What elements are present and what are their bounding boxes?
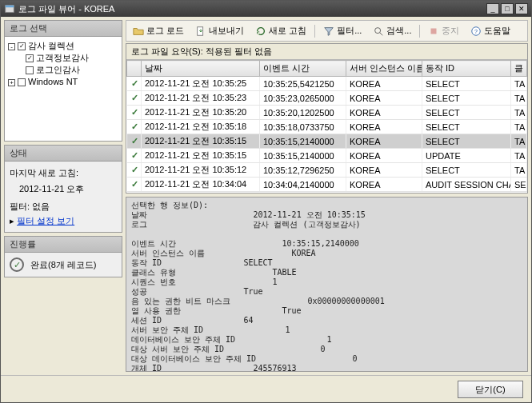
view-filter-link[interactable]: 필터 설정 보기 [17, 216, 74, 225]
main-area: 로그 로드 내보내기 새로 고침 필터... 검색... [126, 20, 528, 372]
check-icon: ✓ [130, 179, 140, 190]
table-caption: 로그 파일 요약(S): 적용된 필터 없음 [126, 44, 527, 60]
titlebar: 로그 파일 뷰어 - KOREA _ □ ✕ [1, 1, 531, 17]
log-table-container: 로그 파일 요약(S): 적용된 필터 없음 날짜 이벤트 시간 서버 인스턴스… [126, 43, 528, 194]
table-row[interactable]: ✓2012-11-21 오전 10:35:1810:35:18,0733750K… [127, 120, 527, 134]
app-window: 로그 파일 뷰어 - KOREA _ □ ✕ 로그 선택 -✓감사 컬렉션 ✓고… [0, 0, 532, 403]
check-icon: ✓ [130, 93, 140, 103]
progress-panel: 진행률 ✓ 완료(8개 레코드) [4, 236, 122, 277]
table-row[interactable]: ✓2012-11-21 오전 10:34:0410:34:04,2140000K… [127, 178, 527, 192]
col-class[interactable]: 클 [511, 61, 527, 77]
maximize-button[interactable]: □ [501, 3, 514, 14]
svg-rect-4 [431, 28, 437, 34]
check-icon: ✓ [130, 165, 140, 175]
check-icon: ✓ [130, 78, 140, 89]
table-row[interactable]: ✓2012-11-21 오전 10:35:2310:35:23,0265000K… [127, 91, 527, 106]
table-row[interactable]: ✓2012-11-21 오전 10:35:1210:35:12,7296250K… [127, 163, 527, 178]
last-refresh-label: 마지막 새로 고침: [10, 166, 117, 179]
progress-header: 진행률 [5, 237, 122, 253]
close-dialog-button[interactable]: 닫기(C) [458, 381, 523, 398]
svg-point-3 [375, 27, 381, 33]
svg-rect-1 [6, 6, 14, 8]
table-row[interactable]: ✓2012-11-21 오전 10:35:2010:35:20,1202500K… [127, 106, 527, 120]
check-icon: ✓ [130, 122, 140, 132]
status-panel: 상태 마지막 새로 고침: 2012-11-21 오후 필터: 없음 ▸ 필터 … [4, 145, 122, 233]
check-icon: ✓ [130, 150, 140, 161]
col-action[interactable]: 동작 ID [422, 61, 511, 77]
progress-text: 완료(8개 레코드) [30, 259, 97, 271]
log-table[interactable]: 날짜 이벤트 시간 서버 인스턴스 이름 동작 ID 클 ✓2012-11-21… [126, 60, 527, 192]
col-date[interactable]: 날짜 [142, 61, 260, 77]
last-refresh-value: 2012-11-21 오후 [10, 179, 117, 200]
search-button[interactable]: 검색... [368, 22, 416, 39]
footer: 닫기(C) [1, 375, 531, 402]
stop-icon [428, 26, 439, 37]
table-row[interactable]: ✓2012-11-21 오전 10:35:2510:35:25,5421250K… [127, 77, 527, 91]
load-log-button[interactable]: 로그 로드 [128, 22, 189, 39]
tree-child-customer[interactable]: 고객정보감사 [36, 53, 89, 62]
check-icon: ✓ [130, 136, 140, 146]
folder-open-icon [133, 26, 144, 37]
tree-windows-nt[interactable]: Windows NT [28, 77, 78, 86]
export-button[interactable]: 내보내기 [190, 22, 249, 39]
log-select-header: 로그 선택 [5, 21, 122, 37]
refresh-icon [255, 26, 266, 37]
complete-icon: ✓ [10, 257, 24, 272]
sidebar: 로그 선택 -✓감사 컬렉션 ✓고객정보감사 로그인감사 +Windows NT… [4, 20, 122, 372]
filter-status: 필터: 없음 [10, 200, 117, 213]
col-eventtime[interactable]: 이벤트 시간 [260, 61, 346, 77]
svg-text:?: ? [475, 28, 478, 34]
search-icon [373, 26, 384, 37]
table-row[interactable]: ✓2012-11-21 오전 10:35:1510:35:15,2140000K… [127, 149, 527, 163]
check-icon: ✓ [130, 107, 140, 118]
tree-root[interactable]: 감사 컬렉션 [28, 41, 74, 50]
minimize-button[interactable]: _ [486, 3, 499, 14]
export-icon [195, 26, 206, 37]
toolbar: 로그 로드 내보내기 새로 고침 필터... 검색... [126, 20, 528, 42]
filter-button[interactable]: 필터... [318, 22, 366, 39]
help-icon: ? [470, 26, 482, 37]
refresh-button[interactable]: 새로 고침 [250, 22, 311, 39]
log-tree[interactable]: -✓감사 컬렉션 ✓고객정보감사 로그인감사 +Windows NT [5, 37, 122, 141]
log-select-panel: 로그 선택 -✓감사 컬렉션 ✓고객정보감사 로그인감사 +Windows NT [4, 20, 122, 142]
close-button[interactable]: ✕ [515, 3, 528, 14]
col-server[interactable]: 서버 인스턴스 이름 [346, 61, 422, 77]
tree-child-login[interactable]: 로그인감사 [36, 65, 80, 74]
app-icon [4, 3, 15, 14]
table-row[interactable]: ✓2012-11-21 오전 10:35:1510:35:15,2140000K… [127, 134, 527, 149]
status-header: 상태 [5, 146, 122, 162]
funnel-icon [323, 26, 334, 37]
detail-pane[interactable]: 선택한 행 정보(D): 날짜 2012-11-21 오전 10:35:15 로… [126, 197, 528, 372]
window-title: 로그 파일 뷰어 - KOREA [18, 3, 114, 15]
stop-button[interactable]: 중지 [423, 22, 464, 39]
help-button[interactable]: ? 도움말 [466, 22, 515, 39]
